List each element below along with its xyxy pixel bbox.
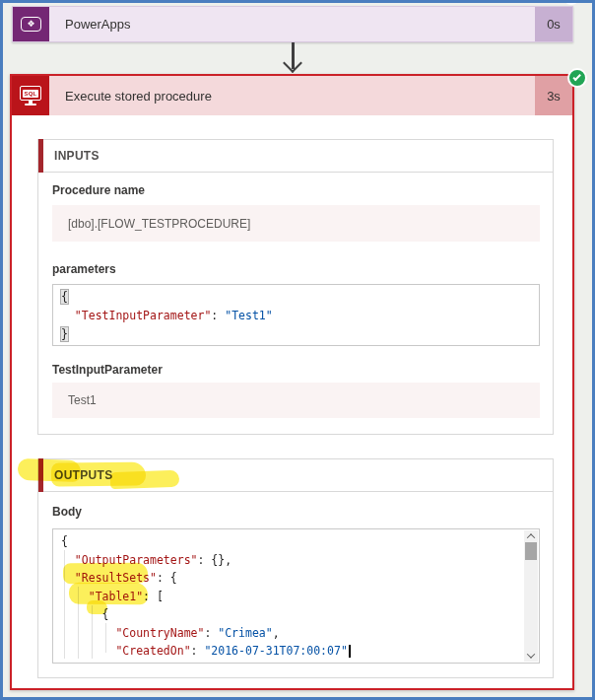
inputs-section-label: INPUTS [38,149,99,163]
connector-arrowhead-icon [283,53,302,73]
outputs-section-label: OUTPUTS [38,468,112,482]
code-line: "ResultSets": { [61,569,539,588]
action-duration-badge: 3s [535,76,572,115]
body-label: Body [52,505,82,519]
scrollbar-thumb[interactable] [525,542,537,560]
indent-guide [78,587,79,659]
code-line: { [61,532,539,551]
scroll-up-button[interactable] [524,530,538,542]
trigger-duration-badge: 0s [535,7,572,41]
testinputparameter-label: TestInputParameter [52,363,163,377]
action-card-header[interactable]: SQL Execute stored procedure 3s [12,76,572,115]
chevron-down-icon [527,650,535,658]
action-card-title: Execute stored procedure [49,76,535,115]
code-line: { [61,605,539,624]
trigger-success-check-icon [562,0,580,5]
powerapps-icon-glyph: ❖ [21,17,41,32]
testinputparameter-value: Test1 [52,383,540,418]
vertical-scrollbar[interactable] [524,530,538,662]
sql-monitor-icon: SQL [20,86,41,101]
text-caret [349,645,351,658]
code-line: "Table1": [ [61,588,539,606]
inputs-accent-bar [38,139,43,173]
check-icon [572,73,580,81]
code-line: "CountryName": "Crimea", [61,624,539,643]
code-line: "TestInputParameter": "Test1" [61,307,539,325]
trigger-card-powerapps[interactable]: ❖ PowerApps 0s [12,6,573,42]
sql-monitor-base [25,104,36,105]
indent-guide [92,605,93,659]
outputs-accent-bar [38,458,43,492]
code-line: "CreatedOn": "2016-07-31T07:00:07" [61,642,539,661]
sql-icon: SQL [12,76,49,115]
outputs-panel-header: OUTPUTS [38,459,553,492]
code-line: { [61,288,539,307]
trigger-card-title: PowerApps [49,7,535,41]
code-line: } [61,325,539,344]
flow-run-view: ❖ PowerApps 0s SQL Execute stored proced… [0,0,595,700]
action-card-execute-stored-procedure: SQL Execute stored procedure 3s INPUTS P… [10,74,574,690]
inputs-panel-header: INPUTS [38,140,553,173]
code-line: "OutputParameters": {}, [61,551,539,570]
indent-guide [105,623,106,653]
scrollbar-track[interactable] [524,542,538,650]
code-line: }, [61,661,539,665]
sql-icon-label: SQL [23,90,39,98]
parameters-label: parameters [52,262,116,276]
indent-guide [64,550,65,659]
procedure-name-label: Procedure name [52,183,145,197]
parameters-code-lines: { "TestInputParameter": "Test1"} [53,285,539,344]
outputs-panel: OUTPUTS Body { "OutputParameters": {}, "… [37,458,554,678]
procedure-name-value: [dbo].[FLOW_TESTPROCEDURE] [52,205,540,242]
body-code-editor[interactable]: { "OutputParameters": {}, "ResultSets": … [52,528,540,664]
scroll-down-button[interactable] [524,650,538,662]
parameters-code-editor[interactable]: { "TestInputParameter": "Test1"} [52,284,540,346]
chevron-up-icon [527,533,535,541]
inputs-panel: INPUTS Procedure name [dbo].[FLOW_TESTPR… [37,139,554,435]
powerapps-icon: ❖ [13,7,49,41]
success-check-badge [567,68,587,88]
body-code-lines: { "OutputParameters": {}, "ResultSets": … [53,529,539,664]
